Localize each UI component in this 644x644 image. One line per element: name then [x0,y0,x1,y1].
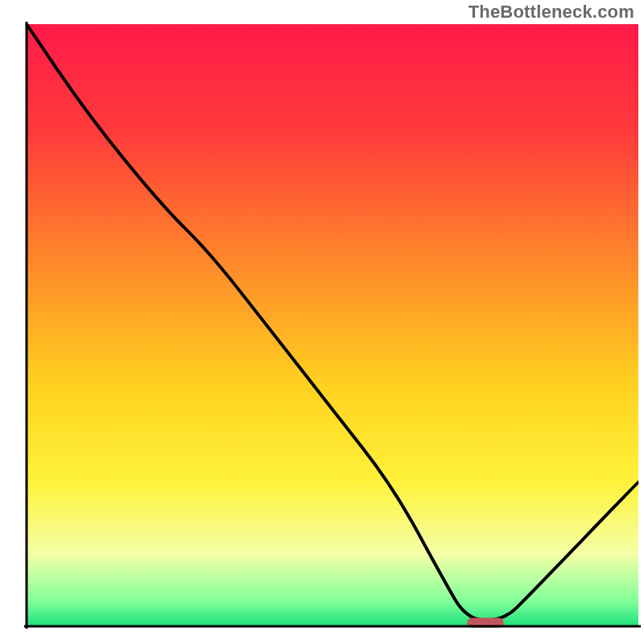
bottleneck-chart [0,0,644,644]
plot-gradient-background [27,24,638,626]
watermark-text: TheBottleneck.com [469,2,634,23]
chart-stage: TheBottleneck.com [0,0,644,644]
